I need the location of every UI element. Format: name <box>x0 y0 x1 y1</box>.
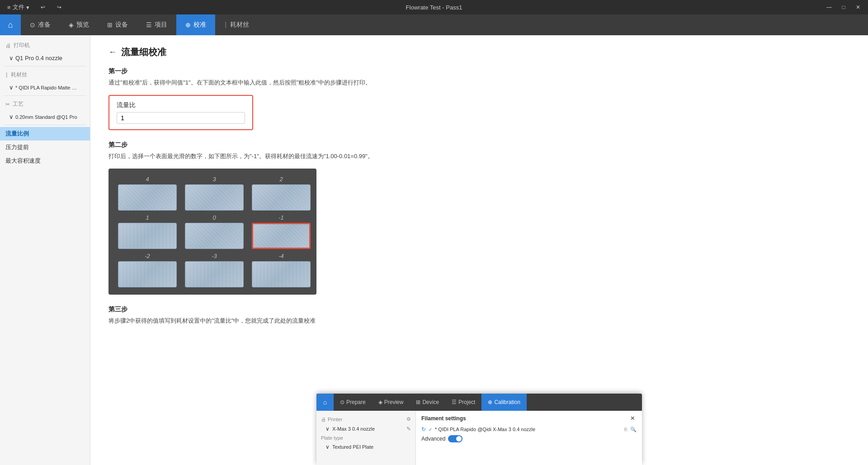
sidebar-item-max-volume[interactable]: 最大容积速度 <box>0 154 90 168</box>
menu-icon: ≡ <box>7 4 11 11</box>
sidebar-section-craft: ✂ 工艺 <box>0 98 90 111</box>
step1-desc: 通过"粗校准"后，获得中间值"1"。在下面的文本框中输入此值，然后按照"粗校准"… <box>108 78 850 88</box>
sidebar-printer-item[interactable]: ∨ Q1 Pro 0.4 nozzle <box>0 52 90 64</box>
overlay-sidebar: 🖨 Printer ⚙ ∨ X-Max 3 0.4 nozzle ✎ Plate… <box>316 411 416 465</box>
craft-section-icon: ✂ <box>5 101 10 108</box>
overlay-edit-icon[interactable]: ✎ <box>406 426 411 432</box>
minimize-button[interactable]: — <box>823 2 835 12</box>
sidebar-printer-label: Q1 Pro 0.4 nozzle <box>15 55 62 61</box>
main-tabbar: ⌂ ⊙ 准备 ◈ 预览 ⊞ 设备 ☰ 项目 ⊕ 校准 ⦚ 耗材丝 <box>0 14 868 35</box>
undo-button[interactable]: ↩ <box>37 2 49 12</box>
sample-block-neg4 <box>252 261 311 287</box>
content-area: ← 流量细校准 第一步 通过"粗校准"后，获得中间值"1"。在下面的文本框中输入… <box>90 35 868 465</box>
maximize-button[interactable]: □ <box>837 2 850 12</box>
tab-preview-label: 预览 <box>76 21 89 29</box>
sample-cell-0: 0 <box>183 214 246 249</box>
overlay-project-label: Project <box>458 399 475 405</box>
file-menu[interactable]: ≡ 文件 ▾ <box>4 2 33 12</box>
overlay-printer-item[interactable]: ∨ X-Max 3 0.4 nozzle ✎ <box>316 424 415 434</box>
sample-cell-neg2: -2 <box>116 253 179 287</box>
step2-label: 第二步 <box>108 141 850 149</box>
sample-cell-2: 2 <box>250 176 313 211</box>
tab-device-label: 设备 <box>115 21 128 29</box>
tab-filament-label: 耗材丝 <box>230 21 249 29</box>
sidebar-filament-item[interactable]: ∨ * QIDI PLA Rapido Matte @Qidi Q1... <box>0 81 90 94</box>
sidebar-item-pressure-advance[interactable]: 压力提前 <box>0 141 90 154</box>
close-button[interactable]: ✕ <box>852 2 864 12</box>
overlay-prepare-icon: ⊙ <box>340 399 344 405</box>
sidebar: 🖨 打印机 ∨ Q1 Pro 0.4 nozzle ⦚ 耗材丝 ∨ * QIDI… <box>0 35 90 465</box>
overlay-filament-title: Filament settings <box>421 415 466 422</box>
sidebar-craft-item[interactable]: ∨ 0.20mm Standard @Q1 Pro <box>0 111 90 123</box>
sample-num-3: 3 <box>212 176 216 183</box>
sidebar-flow-ratio-label: 流量比例 <box>5 130 29 138</box>
page-title-row: ← 流量细校准 <box>108 46 850 58</box>
overlay-tab-device[interactable]: ⊞ Device <box>410 394 445 411</box>
craft-section-label: 工艺 <box>13 100 24 108</box>
overlay-close-button[interactable]: ✕ <box>628 414 637 423</box>
sample-num-neg4: -4 <box>278 253 284 259</box>
overlay-filament-name: * QIDI PLA Rapido @Qidi X-Max 3 0.4 nozz… <box>435 427 535 432</box>
sidebar-filament-label: * QIDI PLA Rapido Matte @Qidi Q1... <box>15 85 79 90</box>
overlay-printer-section-label: Printer <box>328 417 342 422</box>
sidebar-craft-label: 0.20mm Standard @Q1 Pro <box>15 114 77 120</box>
tab-project[interactable]: ☰ 项目 <box>137 14 176 35</box>
refresh-icon[interactable]: ↻ <box>421 426 426 432</box>
separator-1 <box>4 66 86 66</box>
back-button[interactable]: ← <box>108 47 117 57</box>
tab-filament[interactable]: ⦚ 耗材丝 <box>215 14 258 35</box>
filament-section-label: 耗材丝 <box>11 71 27 79</box>
overlay-filament-row: ↻ ✓ * QIDI PLA Rapido @Qidi X-Max 3 0.4 … <box>421 425 637 433</box>
sample-block-1 <box>118 223 177 249</box>
overlay-prepare-label: Prepare <box>346 399 366 405</box>
overlay-tab-project[interactable]: ☰ Project <box>445 394 481 411</box>
overlay-plate-chevron: ∨ <box>326 444 330 450</box>
sidebar-section-printer: 🖨 打印机 <box>0 39 90 52</box>
content-inner: ← 流量细校准 第一步 通过"粗校准"后，获得中间值"1"。在下面的文本框中输入… <box>90 35 868 416</box>
dropdown-icon: ▾ <box>26 4 29 11</box>
tab-prepare[interactable]: ⊙ 准备 <box>21 14 60 35</box>
overlay-plate-type: Plate type <box>316 434 415 442</box>
file-menu-label: 文件 <box>13 3 24 11</box>
separator-2 <box>4 95 86 96</box>
flow-ratio-input[interactable] <box>117 112 245 124</box>
redo-button[interactable]: ↪ <box>53 2 66 12</box>
advanced-toggle[interactable] <box>448 435 462 442</box>
overlay-tab-home[interactable]: ⌂ <box>316 394 334 411</box>
sidebar-item-flow-ratio[interactable]: 流量比例 <box>0 127 90 141</box>
tab-preview[interactable]: ◈ 预览 <box>60 14 98 35</box>
sidebar-section-filament: ⦚ 耗材丝 <box>0 68 90 81</box>
project-icon: ☰ <box>146 21 152 28</box>
titlebar-left: ≡ 文件 ▾ ↩ ↪ <box>4 2 66 12</box>
overlay-plate-value[interactable]: ∨ Textured PEI Plate <box>316 442 415 452</box>
flow-ratio-container: 流量比 <box>108 95 253 130</box>
overlay-device-label: Device <box>422 399 439 405</box>
overlay-preview-icon: ◈ <box>378 399 382 405</box>
overlay-printer-icon: 🖨 <box>321 417 326 422</box>
page-title: 流量细校准 <box>121 46 166 58</box>
overlay-settings-icon[interactable]: ⚙ <box>406 416 411 422</box>
sample-cell-neg3: -3 <box>183 253 246 287</box>
tab-home[interactable]: ⌂ <box>0 14 21 35</box>
step2-desc: 打印后，选择一个表面最光滑的数字，如下图所示，为"-1"。获得耗材的最佳流速为"… <box>108 152 850 161</box>
sidebar-pressure-label: 压力提前 <box>5 143 29 151</box>
sample-cell-4: 4 <box>116 176 179 211</box>
overlay-tab-preview[interactable]: ◈ Preview <box>372 394 410 411</box>
printer-section-label: 打印机 <box>14 42 30 49</box>
filament-section-icon: ⦚ <box>5 72 8 78</box>
main-layout: 🖨 打印机 ∨ Q1 Pro 0.4 nozzle ⦚ 耗材丝 ∨ * QIDI… <box>0 35 868 465</box>
overlay-calibration-label: Calibration <box>494 399 520 405</box>
search-icon[interactable]: 🔍 <box>630 427 637 432</box>
overlay-tab-calibration[interactable]: ⊕ Calibration <box>481 394 526 411</box>
flow-ratio-label: 流量比 <box>117 101 245 109</box>
tab-calibration[interactable]: ⊕ 校准 <box>176 14 215 35</box>
overlay-filament-copy-icon[interactable]: ⎘ <box>624 427 627 432</box>
overlay-screenshot: ⌂ ⊙ Prepare ◈ Preview ⊞ Device ☰ Project <box>316 394 642 465</box>
overlay-tab-prepare[interactable]: ⊙ Prepare <box>334 394 372 411</box>
tab-device[interactable]: ⊞ 设备 <box>98 14 137 35</box>
tab-project-label: 项目 <box>155 21 167 29</box>
sample-block-2 <box>252 184 311 211</box>
overlay-preview-label: Preview <box>384 399 404 405</box>
overlay-checkmark: ✓ <box>429 427 432 432</box>
overlay-chevron-icon: ∨ <box>326 426 330 432</box>
